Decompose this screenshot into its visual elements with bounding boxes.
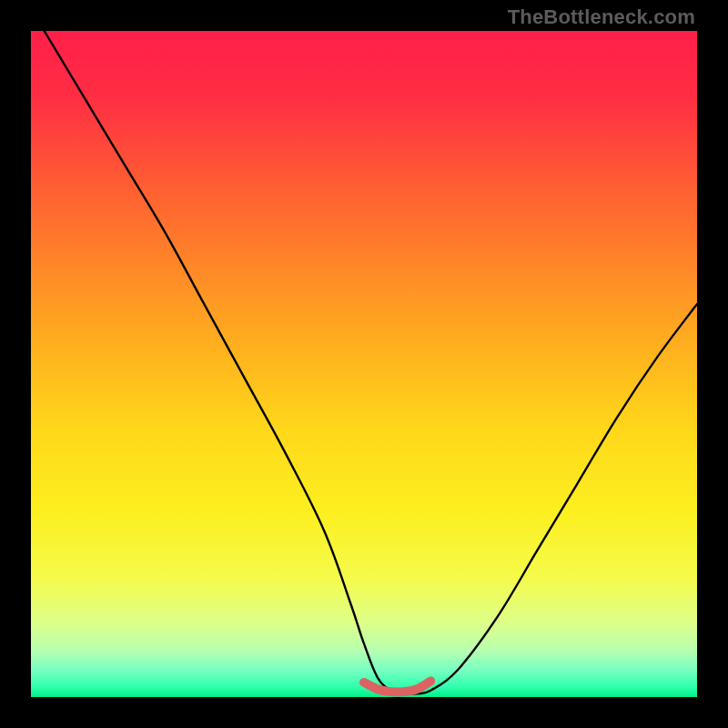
watermark-text: TheBottleneck.com — [508, 5, 695, 29]
bottleneck-curve — [45, 31, 697, 694]
curve-layer — [31, 31, 697, 697]
flat-highlight — [364, 681, 430, 692]
plot-area — [31, 31, 697, 697]
chart-frame: TheBottleneck.com — [0, 0, 728, 728]
